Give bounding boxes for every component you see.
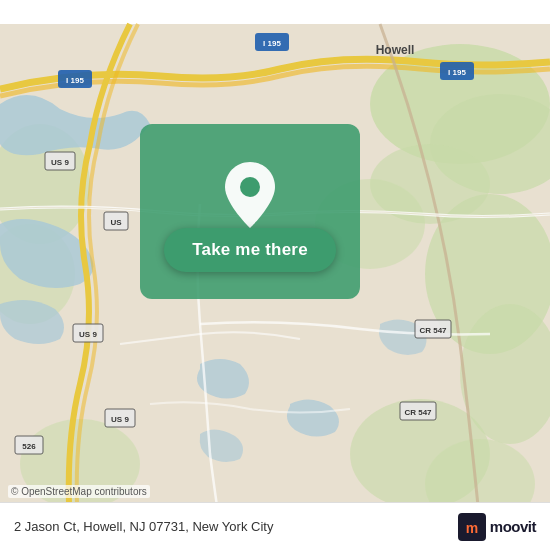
attribution-text: © OpenStreetMap contributors — [8, 485, 150, 498]
take-me-there-button[interactable]: Take me there — [164, 228, 336, 272]
svg-text:US 9: US 9 — [79, 330, 97, 339]
map-container: I 195 I 195 I 195 US 9 US US 9 US 9 CR 5… — [0, 0, 550, 550]
moovit-brand-text: moovit — [490, 518, 536, 535]
svg-text:m: m — [466, 520, 478, 536]
svg-rect-33 — [140, 124, 360, 299]
svg-text:I 195: I 195 — [448, 68, 466, 77]
svg-text:526: 526 — [22, 442, 36, 451]
attribution-label: © OpenStreetMap contributors — [11, 486, 147, 497]
svg-text:Howell: Howell — [376, 43, 415, 57]
map-svg: I 195 I 195 I 195 US 9 US US 9 US 9 CR 5… — [0, 0, 550, 550]
moovit-logo: m moovit — [458, 513, 536, 541]
bottom-bar: 2 Jason Ct, Howell, NJ 07731, New York C… — [0, 502, 550, 550]
svg-text:US 9: US 9 — [51, 158, 69, 167]
address-text: 2 Jason Ct, Howell, NJ 07731, New York C… — [14, 519, 273, 534]
svg-text:US: US — [110, 218, 122, 227]
svg-text:CR 547: CR 547 — [404, 408, 432, 417]
svg-text:I 195: I 195 — [66, 76, 84, 85]
moovit-logo-icon: m — [458, 513, 486, 541]
svg-text:US 9: US 9 — [111, 415, 129, 424]
svg-text:CR 547: CR 547 — [419, 326, 447, 335]
svg-text:I 195: I 195 — [263, 39, 281, 48]
